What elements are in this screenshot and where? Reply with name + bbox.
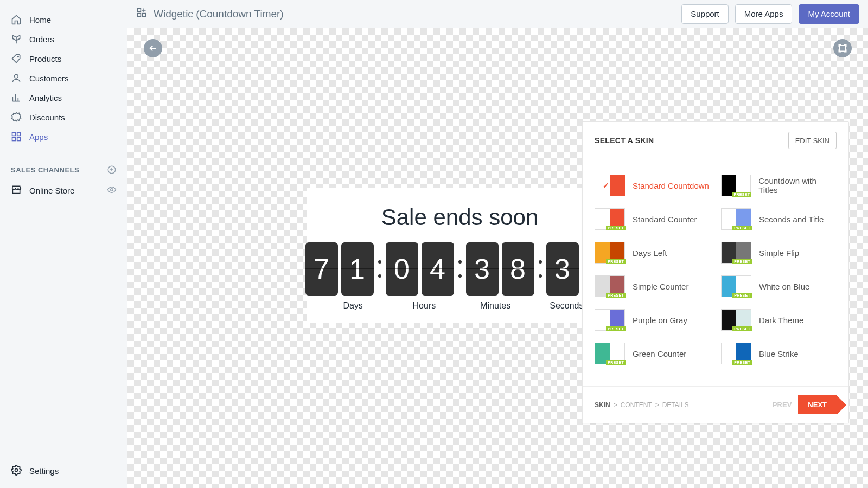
- svg-rect-2: [12, 133, 16, 136]
- svg-rect-4: [12, 138, 16, 141]
- prev-button: PREV: [773, 401, 792, 409]
- preset-tag: PRESET: [606, 293, 626, 298]
- preset-tag: PRESET: [606, 360, 626, 365]
- preset-tag: PRESET: [732, 326, 752, 331]
- editor-canvas: Sale ends soon 7 1 0 4 3 8 3: [127, 28, 868, 488]
- preset-tag: PRESET: [732, 360, 752, 365]
- skin-label: Days Left: [633, 248, 667, 258]
- support-button[interactable]: Support: [681, 4, 729, 24]
- skin-option[interactable]: PRESETCountdown with Titles: [721, 175, 837, 196]
- crumb-content[interactable]: CONTENT: [621, 401, 652, 409]
- skin-option[interactable]: PRESETSimple Counter: [595, 275, 710, 297]
- separator: [538, 260, 543, 278]
- skin-swatch: PRESET: [721, 208, 751, 230]
- skin-label: Countdown with Titles: [758, 176, 837, 195]
- skin-option[interactable]: PRESETWhite on Blue: [721, 275, 837, 297]
- skin-label: Green Counter: [633, 349, 686, 358]
- minutes-group: 3 8: [466, 242, 534, 296]
- svg-point-8: [15, 469, 18, 472]
- skin-option[interactable]: PRESETPurple on Gray: [595, 309, 710, 331]
- wizard-breadcrumbs: SKIN > CONTENT > DETAILS: [595, 401, 689, 409]
- preset-tag: PRESET: [606, 259, 626, 264]
- my-account-button[interactable]: My Account: [799, 4, 859, 24]
- preview-title: Sale ends soon: [317, 204, 602, 230]
- skin-option[interactable]: PRESETDays Left: [595, 242, 710, 264]
- nav-products[interactable]: Products: [0, 49, 127, 68]
- more-apps-button[interactable]: More Apps: [735, 4, 793, 24]
- unit-labels: Days Hours Minutes Seconds: [317, 301, 602, 311]
- app-title: Widgetic (Countdown Timer): [136, 7, 284, 21]
- skin-label: Dark Theme: [759, 316, 803, 325]
- main: Widgetic (Countdown Timer) Support More …: [127, 0, 868, 488]
- minutes-label: Minutes: [460, 301, 531, 311]
- digit: 3: [466, 242, 499, 296]
- nav-label: Products: [29, 54, 61, 63]
- channel-label: Online Store: [29, 186, 74, 195]
- preset-tag: PRESET: [732, 192, 751, 197]
- skin-swatch: PRESET: [595, 343, 625, 364]
- skin-option[interactable]: PRESETStandard Counter: [595, 208, 710, 230]
- edit-skin-button[interactable]: EDIT SKIN: [788, 132, 837, 149]
- products-icon: [11, 53, 22, 64]
- countdown-preview: Sale ends soon 7 1 0 4 3 8 3: [307, 188, 613, 323]
- skin-option[interactable]: PRESETGreen Counter: [595, 343, 710, 364]
- nav-home[interactable]: Home: [0, 10, 127, 29]
- skin-swatch: PRESET: [595, 208, 625, 230]
- crumb-details[interactable]: DETAILS: [662, 401, 689, 409]
- skin-panel: SELECT A SKIN EDIT SKIN Standard Countdo…: [582, 121, 849, 423]
- skin-option[interactable]: PRESETSeconds and Title: [721, 208, 837, 230]
- hours-group: 0 4: [386, 242, 454, 296]
- skin-swatch: PRESET: [721, 309, 751, 331]
- digit: 1: [341, 242, 374, 296]
- view-store-icon[interactable]: [107, 185, 117, 196]
- digit: 7: [305, 242, 338, 296]
- svg-rect-3: [17, 133, 21, 136]
- nav-apps[interactable]: Apps: [0, 127, 127, 146]
- skin-label: Purple on Gray: [633, 316, 687, 325]
- svg-rect-5: [17, 138, 21, 141]
- nav-label: Home: [29, 15, 51, 24]
- nav-label: Apps: [29, 132, 48, 142]
- channel-online-store[interactable]: Online Store: [0, 180, 127, 201]
- skin-label: Standard Countdown: [633, 181, 709, 190]
- fullscreen-button[interactable]: [833, 39, 852, 57]
- days-label: Days: [317, 301, 388, 311]
- add-channel-icon[interactable]: [107, 165, 117, 175]
- panel-footer: SKIN > CONTENT > DETAILS PREV NEXT: [583, 386, 848, 423]
- back-button[interactable]: [144, 39, 162, 57]
- skin-swatch: PRESET: [721, 175, 751, 196]
- nav-settings[interactable]: Settings: [0, 454, 127, 488]
- skin-option[interactable]: PRESETSimple Flip: [721, 242, 837, 264]
- crumb-skin[interactable]: SKIN: [595, 401, 610, 409]
- skin-label: Simple Counter: [633, 282, 688, 291]
- app-title-text: Widgetic (Countdown Timer): [154, 8, 284, 20]
- skin-option[interactable]: Standard Countdown: [595, 175, 710, 196]
- skin-label: White on Blue: [759, 282, 809, 291]
- skin-label: Standard Counter: [633, 215, 697, 224]
- skin-option[interactable]: PRESETBlue Strike: [721, 343, 837, 364]
- days-group: 7 1: [305, 242, 374, 296]
- nav-discounts[interactable]: Discounts: [0, 107, 127, 127]
- skin-swatch: PRESET: [595, 309, 625, 331]
- sidebar: Home Orders Products Customers Analytics…: [0, 0, 127, 488]
- skin-option[interactable]: PRESETDark Theme: [721, 309, 837, 331]
- preset-tag: PRESET: [606, 326, 626, 331]
- nav-customers[interactable]: Customers: [0, 68, 127, 88]
- preset-tag: PRESET: [732, 259, 752, 264]
- preset-tag: PRESET: [732, 293, 752, 298]
- sales-channels-label: SALES CHANNELS: [11, 166, 79, 174]
- nav-orders[interactable]: Orders: [0, 29, 127, 49]
- panel-header: SELECT A SKIN EDIT SKIN: [583, 122, 848, 159]
- svg-rect-9: [138, 9, 141, 12]
- sales-channels-header: SALES CHANNELS: [0, 159, 127, 180]
- analytics-icon: [11, 92, 22, 103]
- nav-label: Analytics: [29, 93, 62, 102]
- customers-icon: [11, 73, 22, 84]
- digit: 8: [502, 242, 534, 296]
- next-button[interactable]: NEXT: [798, 395, 837, 414]
- nav-analytics[interactable]: Analytics: [0, 88, 127, 107]
- preset-tag: PRESET: [606, 226, 626, 230]
- nav-label: Orders: [29, 35, 54, 44]
- separator: [457, 260, 463, 278]
- svg-rect-12: [840, 46, 846, 52]
